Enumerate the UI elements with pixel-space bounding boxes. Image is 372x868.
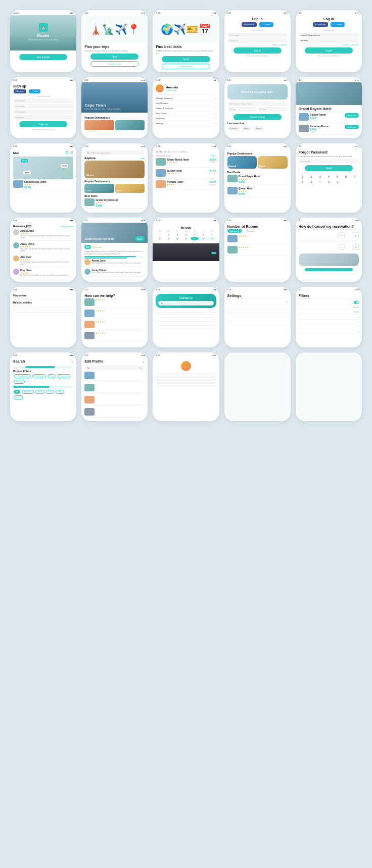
search-tokyo[interactable] [84, 408, 145, 418]
menu-help[interactable]: Help Center› [156, 111, 216, 116]
filter-parking[interactable]: Free Parking [32, 374, 46, 378]
list-icon[interactable]: ☰ [70, 150, 73, 155]
num-2[interactable]: 2 [307, 174, 315, 179]
book-deluxe-button[interactable]: Book now [345, 113, 359, 118]
search-new-york[interactable] [84, 396, 145, 405]
map-link[interactable]: Map [141, 157, 145, 160]
search-hotels-button[interactable]: Search hotels [234, 114, 282, 120]
search-paris[interactable] [84, 384, 145, 393]
deal-1[interactable]: Grand Royal Hotel ★★★★★ $285 [227, 175, 288, 185]
close-icon[interactable]: ✕ [71, 360, 73, 364]
num-star[interactable]: * [316, 180, 324, 185]
currency-aud[interactable]: ✓ [227, 300, 288, 305]
apply-button[interactable] [305, 268, 353, 271]
setting-terms[interactable]: › [299, 315, 359, 320]
address-field[interactable] [156, 385, 216, 387]
next-button[interactable]: Next [90, 54, 138, 60]
type-apartment[interactable]: Apartment [22, 390, 34, 394]
menu-invite-friends[interactable]: Invite Friends› [156, 101, 216, 106]
filter-pet[interactable]: Pet Friendly [57, 374, 70, 378]
facebook-signup-button[interactable]: f Facebook [14, 89, 26, 93]
fav-4[interactable]: ★★★★★ [84, 332, 145, 341]
login-button[interactable]: Log in [234, 47, 282, 54]
fav-3[interactable]: ★★★★★ [84, 321, 145, 330]
day-range[interactable]: 14 [208, 237, 216, 240]
num-3[interactable]: 3 [316, 174, 324, 179]
firstname-field[interactable]: First Name [13, 98, 73, 103]
day[interactable]: 11 [182, 237, 190, 240]
setting-feedback[interactable]: › [299, 325, 359, 330]
name-field[interactable] [156, 373, 216, 375]
login-button[interactable]: Log in [305, 47, 353, 54]
fav-2[interactable]: ★★★★☆ [84, 310, 145, 319]
london-thumb[interactable]: London [84, 184, 114, 193]
email-field[interactable]: email123@gmail.com [299, 33, 359, 37]
checkin-input[interactable]: 10 Dec [227, 107, 257, 112]
twitter-login-button[interactable]: 🐦 Twitter [259, 22, 273, 27]
num-hash[interactable]: # [333, 180, 341, 185]
facebook-login-button[interactable]: f Facebook [242, 22, 257, 27]
create-account-button[interactable]: Create account [90, 61, 138, 67]
trip-2[interactable]: ★★★★★ [227, 246, 288, 256]
menu-credits[interactable]: Credits & Coupons› [156, 106, 216, 111]
lastname-field[interactable]: Last Name [13, 104, 73, 109]
day[interactable]: 10 [173, 237, 181, 240]
email-field[interactable] [156, 376, 216, 378]
day[interactable]: 5 [191, 233, 199, 236]
deal-2[interactable]: Queen Hotel ★★★★☆ $185 [227, 187, 288, 197]
day[interactable]: 1 [156, 233, 164, 236]
filter-breakfast[interactable]: ✓ Free Breakfast [14, 374, 31, 378]
distance-slider[interactable] [13, 386, 73, 388]
help-search[interactable]: 🔍 [158, 301, 213, 305]
facebook-login-button[interactable]: f Facebook [313, 22, 328, 27]
password-field[interactable]: Password [13, 115, 73, 120]
setting-privacy[interactable]: › [299, 320, 359, 325]
trust-2[interactable] [156, 326, 216, 328]
type-villa[interactable]: Villa [46, 390, 54, 394]
search-input-bar[interactable]: 🔍 Clear [84, 366, 145, 370]
menu-settings[interactable]: Settings› [156, 121, 216, 126]
result-2[interactable]: Queen Hotel ★★★★☆ $185 per night [156, 169, 216, 179]
setting-currency[interactable]: $ (USD) [299, 310, 359, 315]
location-input[interactable]: My Location: Cape Town [227, 101, 288, 106]
email-field[interactable]: Your Email [227, 33, 288, 37]
day[interactable]: 2 [165, 233, 173, 236]
toggle[interactable] [354, 301, 359, 304]
num-0[interactable]: 0 [324, 180, 333, 185]
checkout-input[interactable]: 22 Dec [258, 107, 288, 112]
spain-card[interactable]: Spain [258, 156, 288, 169]
book-premium-button[interactable]: Book now [345, 125, 359, 129]
topic-edit-payment[interactable] [156, 318, 216, 320]
profile-avatar[interactable] [181, 361, 191, 371]
num-6[interactable]: 6 [342, 174, 350, 179]
num-8[interactable]: 8 [299, 180, 307, 185]
day[interactable]: 8 [156, 237, 164, 240]
forgot-link[interactable]: Forgot your password? [227, 44, 288, 46]
day[interactable]: 9 [165, 237, 173, 240]
filter-pool[interactable]: Pool [48, 374, 56, 378]
price-pin-3[interactable]: $180 [23, 171, 31, 174]
search-bar[interactable]: 🔍 Where are you going? [84, 150, 145, 155]
view-profile-link[interactable]: View profile [166, 89, 178, 91]
price-pin-1[interactable]: $210 [21, 159, 28, 163]
day[interactable]: 7 [208, 233, 216, 236]
fav-1[interactable]: ★★★★★ [84, 298, 145, 308]
type-home[interactable]: Home [35, 390, 44, 394]
hawaii-card[interactable]: Hawaii [227, 156, 257, 169]
day[interactable]: 4 [182, 233, 190, 236]
day-active[interactable]: 12 [191, 237, 199, 240]
password-field[interactable]: •••••••••• [299, 38, 359, 43]
search-london[interactable]: London [228, 126, 240, 131]
num-1[interactable]: 1 [299, 174, 307, 179]
menu-change-password[interactable]: Change Password› [156, 96, 216, 101]
forgot-link[interactable]: Forgot your password? [299, 44, 359, 46]
close-icon[interactable]: ✕ [142, 360, 145, 364]
type-all[interactable]: All [14, 390, 20, 394]
trip-1[interactable]: ★★★★☆ [227, 235, 288, 244]
num-5[interactable]: 5 [333, 174, 341, 179]
children-minus-button[interactable]: − [339, 244, 345, 250]
price-pin-2[interactable]: $180 [61, 164, 68, 168]
search-london[interactable] [84, 372, 145, 381]
tab-upcoming[interactable]: Upcoming [227, 229, 242, 233]
password-field[interactable]: Password [227, 38, 288, 43]
